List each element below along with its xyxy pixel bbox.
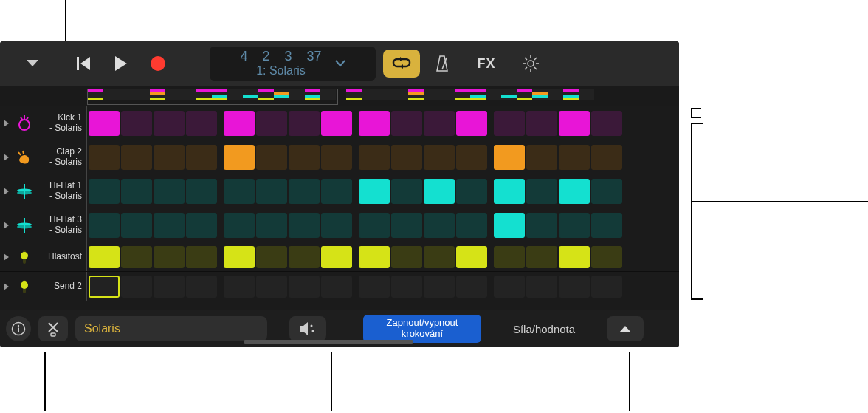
step-cell[interactable] (424, 111, 455, 136)
hat-icon[interactable] (13, 174, 35, 208)
step-cell[interactable] (321, 179, 352, 204)
step-cell[interactable] (224, 179, 255, 204)
step-cell[interactable] (526, 145, 557, 170)
go-to-start-button[interactable] (77, 56, 93, 71)
step-cell[interactable] (89, 246, 120, 268)
step-cell[interactable] (526, 111, 557, 136)
info-button[interactable] (6, 316, 31, 341)
step-cell[interactable] (289, 179, 320, 204)
step-cell[interactable] (289, 276, 320, 298)
disclosure-triangle[interactable] (0, 242, 13, 271)
velocity-mode-button[interactable]: Síla/hodnota (489, 316, 599, 341)
step-cell[interactable] (359, 213, 390, 238)
step-cell[interactable] (526, 246, 557, 268)
step-cell[interactable] (456, 276, 487, 298)
track-label[interactable]: Send 2 (35, 272, 87, 301)
step-cell[interactable] (391, 111, 422, 136)
disclosure-triangle[interactable] (0, 106, 13, 140)
delete-button[interactable] (38, 316, 68, 341)
step-cell[interactable] (456, 213, 487, 238)
horizontal-scrollbar[interactable] (244, 340, 413, 344)
track-label[interactable]: Clap 2- Solaris (35, 140, 87, 174)
step-cell[interactable] (494, 246, 525, 268)
step-cell[interactable] (526, 276, 557, 298)
step-cell[interactable] (186, 179, 217, 204)
step-cell[interactable] (559, 213, 590, 238)
step-cell[interactable] (559, 145, 590, 170)
step-cell[interactable] (224, 246, 255, 268)
step-cell[interactable] (321, 246, 352, 268)
step-cell[interactable] (154, 179, 185, 204)
record-button[interactable] (151, 56, 165, 71)
step-cell[interactable] (89, 145, 120, 170)
step-cell[interactable] (591, 179, 622, 204)
step-cell[interactable] (359, 276, 390, 298)
disclosure-triangle[interactable] (0, 208, 13, 242)
hat-icon[interactable] (13, 208, 35, 242)
step-cell[interactable] (321, 111, 352, 136)
step-cell[interactable] (591, 276, 622, 298)
step-cell[interactable] (256, 111, 287, 136)
step-cell[interactable] (186, 276, 217, 298)
play-button[interactable] (115, 56, 128, 71)
step-cell[interactable] (256, 213, 287, 238)
step-cell[interactable] (321, 145, 352, 170)
step-cell[interactable] (186, 111, 217, 136)
track-label[interactable]: Kick 1- Solaris (35, 106, 87, 140)
overview-page-1[interactable] (87, 89, 338, 105)
step-cell[interactable] (391, 246, 422, 268)
step-cell[interactable] (256, 179, 287, 204)
step-cell[interactable] (186, 246, 217, 268)
kick-icon[interactable] (13, 106, 35, 140)
step-cell[interactable] (559, 111, 590, 136)
step-cell[interactable] (424, 276, 455, 298)
step-cell[interactable] (256, 145, 287, 170)
step-cell[interactable] (456, 145, 487, 170)
lcd-display[interactable]: 4 2 3 37 1: Solaris (210, 47, 376, 81)
step-cell[interactable] (494, 276, 525, 298)
step-cell[interactable] (591, 145, 622, 170)
step-cell[interactable] (89, 179, 120, 204)
step-cell[interactable] (89, 111, 120, 136)
step-cell[interactable] (424, 213, 455, 238)
step-toggle-button[interactable]: Zapnout/vypnout krokování (363, 315, 481, 343)
collapse-up-button[interactable] (607, 316, 644, 341)
step-cell[interactable] (424, 246, 455, 268)
step-cell[interactable] (121, 213, 152, 238)
pattern-overview[interactable] (0, 86, 679, 106)
step-cell[interactable] (224, 111, 255, 136)
step-cell[interactable] (89, 213, 120, 238)
fx-button[interactable]: FX (464, 49, 509, 78)
step-cell[interactable] (186, 145, 217, 170)
step-cell[interactable] (591, 213, 622, 238)
step-cell[interactable] (391, 145, 422, 170)
overview-page-2[interactable] (345, 89, 596, 105)
step-cell[interactable] (154, 111, 185, 136)
step-cell[interactable] (121, 179, 152, 204)
step-cell[interactable] (359, 111, 390, 136)
step-cell[interactable] (391, 213, 422, 238)
step-cell[interactable] (591, 111, 622, 136)
step-cell[interactable] (456, 111, 487, 136)
step-cell[interactable] (224, 276, 255, 298)
menu-dropdown[interactable] (18, 49, 47, 78)
step-cell[interactable] (154, 213, 185, 238)
step-cell[interactable] (526, 213, 557, 238)
step-cell[interactable] (456, 179, 487, 204)
step-cell[interactable] (289, 111, 320, 136)
step-cell[interactable] (154, 145, 185, 170)
step-cell[interactable] (424, 179, 455, 204)
disclosure-triangle[interactable] (0, 140, 13, 174)
step-cell[interactable] (359, 179, 390, 204)
vol-icon[interactable] (13, 272, 35, 301)
step-cell[interactable] (321, 213, 352, 238)
step-cell[interactable] (494, 145, 525, 170)
step-cell[interactable] (391, 276, 422, 298)
step-cell[interactable] (424, 145, 455, 170)
loop-button[interactable] (383, 50, 420, 78)
step-cell[interactable] (224, 213, 255, 238)
step-cell[interactable] (526, 179, 557, 204)
step-cell[interactable] (154, 276, 185, 298)
preset-name-field[interactable]: Solaris (75, 316, 267, 341)
step-cell[interactable] (121, 246, 152, 268)
